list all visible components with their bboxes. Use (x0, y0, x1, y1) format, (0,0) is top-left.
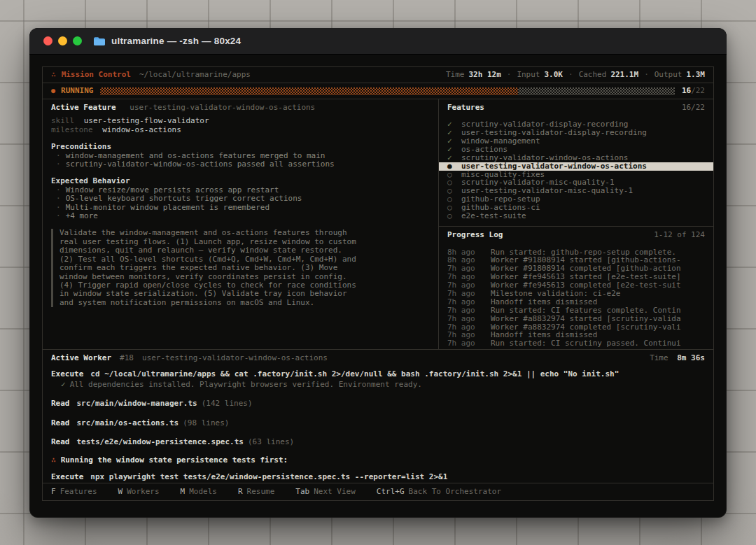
feature-row[interactable]: ✓ scrutiny-validator-display-recording (439, 120, 713, 129)
stat-separator: · (507, 71, 512, 79)
active-worker-header: Active Worker #18 user-testing-validator… (51, 354, 705, 362)
feature-row-selected[interactable]: ● user-testing-validator-window-os-actio… (439, 162, 713, 171)
precondition-item: window-management and os-actions feature… (66, 151, 326, 160)
shortcut-key: W (118, 487, 123, 496)
read-meta: (142 lines) (202, 399, 253, 408)
feature-row[interactable]: ○ github-actions-ci (439, 204, 713, 212)
progress-current: 16 (682, 87, 691, 95)
skill-label: skill (51, 116, 74, 125)
feature-name: user-testing-validator-display-recording (461, 129, 647, 137)
log-time: 7h ago (447, 281, 491, 290)
log-row: 7h agoWorker #91808914 completed [github… (439, 264, 713, 273)
pending-circle-icon: ○ (447, 179, 461, 187)
stat-value: 32h 12m (468, 71, 500, 79)
feature-row[interactable]: ○ user-testing-validator-misc-quality-1 (439, 187, 713, 196)
feature-name: github-repo-setup (461, 195, 540, 204)
right-panel: Features 16/22 ✓ scrutiny-validator-disp… (438, 99, 713, 349)
log-message: Handoff items dismissed (491, 331, 597, 339)
shortcut-bar: FFeatures WWorkers MModels RResume TabNe… (43, 483, 713, 500)
log-row: 7h agoWorker #fe945613 started [e2e-test… (439, 273, 713, 281)
progress-log-panel[interactable]: Progress Log 1-12 of 124 8h agoRun start… (439, 226, 713, 349)
progress-log-heading: Progress Log (447, 231, 503, 239)
log-row: 7h agoMilestone validation: ci-e2e (439, 290, 713, 298)
feature-name: scrutiny-validator-misc-quality-1 (461, 179, 615, 187)
running-dot-icon: ● (51, 87, 55, 95)
shortcut-back-to-orchestrator[interactable]: Ctrl+GBack To Orchestrator (377, 488, 501, 496)
execute-step: Executecd ~/local/ultramarine/apps && ca… (51, 370, 705, 378)
shortcut-label: Workers (127, 487, 159, 496)
desktop-background: ultramarine — -zsh — 80x24 ∴ Mission Con… (0, 0, 756, 545)
minimize-window-button[interactable] (58, 36, 67, 45)
terminal-content: ∴ Mission Control ~/local/ultramarine/ap… (29, 55, 727, 518)
worker-time-label: Time (650, 353, 668, 362)
stat-label: Cached (579, 71, 607, 79)
feature-row[interactable]: ○ misc-quality-fixes (439, 171, 713, 179)
session-stats: Time 32h 12m · Input 3.0K · Cached 221.1… (446, 71, 705, 79)
feature-row[interactable]: ○ e2e-test-suite (439, 212, 713, 220)
active-feature-heading: Active Feature (51, 103, 116, 112)
log-time: 7h ago (447, 339, 491, 348)
log-time: 7h ago (447, 306, 491, 315)
read-label: Read (51, 399, 70, 408)
log-time: 8h ago (447, 256, 491, 264)
read-step: Readtests/e2e/window-persistence.spec.ts… (51, 438, 705, 446)
log-row: 7h agoWorker #a8832974 started [scrutiny… (439, 315, 713, 323)
feature-row[interactable]: ✓ window-management (439, 137, 713, 146)
log-time: 7h ago (447, 323, 491, 332)
log-row: 7h agoRun started: CI scrutiny passed. C… (439, 339, 713, 348)
log-message: Worker #91808914 completed [github-actio… (491, 264, 681, 273)
status-bar: ● RUNNING 16 /22 (43, 83, 713, 99)
features-count: 16/22 (682, 104, 705, 112)
milestone-value: window-os-actions (102, 125, 181, 134)
window-titlebar[interactable]: ultramarine — -zsh — 80x24 (29, 28, 727, 55)
zoom-window-button[interactable] (73, 36, 82, 45)
shortcut-key: Tab (295, 487, 309, 496)
feature-row[interactable]: ✓ scrutiny-validator-window-os-actions (439, 154, 713, 162)
stat-label: Input (517, 71, 540, 79)
feature-name: user-testing-validator-misc-quality-1 (461, 187, 633, 196)
shortcut-workers[interactable]: WWorkers (118, 488, 160, 496)
features-list[interactable]: ✓ scrutiny-validator-display-recording ✓… (439, 120, 713, 220)
shortcut-key: R (238, 487, 243, 496)
active-bullet-icon: ● (447, 162, 461, 171)
log-row: 7h agoWorker #fe945613 completed [e2e-te… (439, 281, 713, 290)
log-row: 8h agoWorker #91808914 started [github-a… (439, 256, 713, 264)
log-time: 7h ago (447, 298, 491, 306)
therefore-icon: ∴ (51, 71, 56, 79)
feature-name: scrutiny-validator-window-os-actions (461, 154, 628, 162)
check-icon: ✓ (447, 129, 461, 137)
shortcut-next-view[interactable]: TabNext View (295, 488, 355, 496)
bullet-icon: · (56, 185, 61, 194)
log-row: 7h agoHandoff items dismissed (439, 331, 713, 339)
read-path: src/main/window-manager.ts (77, 399, 197, 408)
shortcut-features[interactable]: FFeatures (51, 488, 97, 496)
worker-id: #18 (120, 354, 134, 362)
shortcut-models[interactable]: MModels (181, 488, 217, 496)
feature-row[interactable]: ○ scrutiny-validator-misc-quality-1 (439, 179, 713, 187)
check-icon: ✓ (447, 154, 461, 162)
bullet-icon: · (56, 151, 61, 160)
log-time: 7h ago (447, 290, 491, 298)
execute-step: Executenpx playwright test tests/e2e/win… (51, 473, 705, 481)
log-row: 8h agoRun started: github-repo-setup com… (439, 248, 713, 257)
feature-row[interactable]: ○ github-repo-setup (439, 195, 713, 204)
traffic-lights (43, 36, 82, 45)
log-message: Run started: CI features complete. Conti… (491, 306, 681, 315)
active-feature-panel: Active Feature user-testing-validator-wi… (43, 99, 438, 349)
shortcut-resume[interactable]: RResume (238, 488, 274, 496)
feature-name: scrutiny-validator-display-recording (461, 120, 628, 129)
progress-total: /22 (691, 87, 705, 95)
shortcut-label: Resume (247, 487, 275, 496)
pending-circle-icon: ○ (447, 187, 461, 196)
read-step: Readsrc/main/window-manager.ts(142 lines… (51, 399, 705, 408)
feature-row[interactable]: ✓ os-actions (439, 146, 713, 154)
window-title: ultramarine — -zsh — 80x24 (111, 36, 241, 46)
expected-item: Multi-monitor window placement is rememb… (66, 203, 270, 212)
read-path: src/main/os-actions.ts (77, 419, 179, 427)
mission-control-tui: ∴ Mission Control ~/local/ultramarine/ap… (42, 66, 714, 501)
close-window-button[interactable] (43, 36, 52, 45)
stat-value: 221.1M (610, 71, 638, 79)
log-message: Worker #a8832974 completed [scrutiny-val… (491, 323, 681, 332)
log-message: Milestone validation: ci-e2e (491, 290, 620, 298)
feature-row[interactable]: ✓ user-testing-validator-display-recordi… (439, 129, 713, 137)
